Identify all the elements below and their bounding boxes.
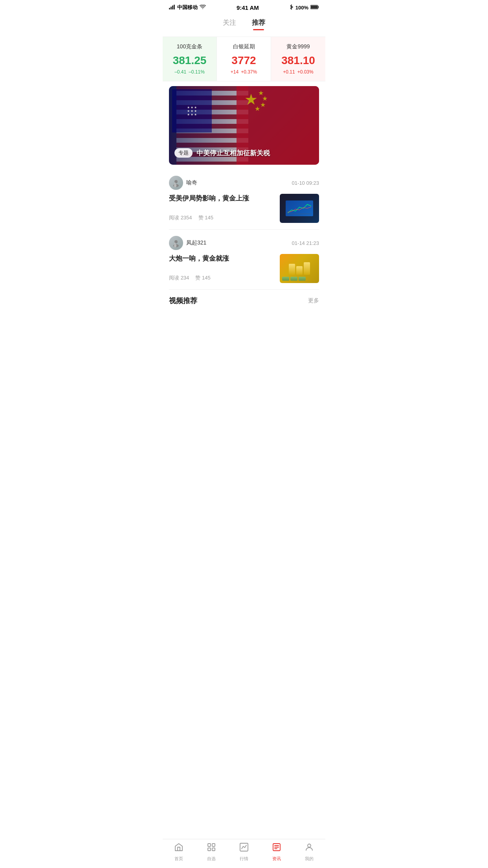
svg-rect-10 [174, 184, 176, 187]
article-header-0: 喻奇 01-10 09:23 [169, 176, 319, 190]
video-section-more[interactable]: 更多 [308, 297, 319, 304]
article-time-1: 01-14 21:23 [292, 240, 319, 246]
money-rolls [282, 277, 306, 281]
banner-content: 专题 中美停止互相加征新关税 [174, 148, 314, 158]
reads-label-0: 阅读 2354 [169, 214, 192, 221]
price-card-gold9999[interactable]: 黄金9999 381.10 +0.11 +0.03% [271, 37, 325, 81]
svg-rect-0 [169, 8, 170, 9]
article-body-1: 大炮一响，黄金就涨 阅读 234 赞 145 [169, 254, 319, 283]
article-item-1[interactable]: 凤起321 01-14 21:23 大炮一响，黄金就涨 阅读 234 赞 145 [169, 230, 319, 290]
price-card-value-1: 3772 [221, 54, 267, 67]
price-card-change-2: +0.11 +0.03% [275, 69, 321, 75]
article-text-1: 大炮一响，黄金就涨 阅读 234 赞 145 [169, 254, 275, 281]
avatar-0 [169, 176, 183, 190]
author-name-1: 凤起321 [186, 239, 206, 246]
article-stats-0: 阅读 2354 赞 145 [169, 214, 275, 221]
video-section-title: 视频推荐 [169, 296, 197, 305]
article-author-1: 凤起321 [169, 236, 206, 250]
battery-icon [310, 5, 319, 11]
article-item-0[interactable]: 喻奇 01-10 09:23 受美伊局势影响，黄金上涨 阅读 2354 赞 14… [169, 169, 319, 230]
article-author-0: 喻奇 [169, 176, 197, 190]
price-card-gold-bar[interactable]: 100克金条 381.25 –0.41 –0.11% [163, 37, 217, 81]
price-card-name-1: 白银延期 [221, 43, 267, 50]
news-banner[interactable]: ★ ★ ★★ ★ ★★ ★ ★ ★ ★ ★ ★ ★ 专题 中美停止互相加征新关税 [169, 86, 319, 165]
carrier-name: 中国移动 [177, 4, 198, 11]
likes-label-0: 赞 145 [198, 214, 213, 221]
price-card-name-2: 黄金9999 [275, 43, 321, 50]
reads-label-1: 阅读 234 [169, 274, 189, 281]
svg-rect-16 [174, 244, 176, 247]
svg-rect-2 [172, 6, 173, 9]
avatar-1 [169, 236, 183, 250]
status-bar: 中国移动 9:41 AM 100% [163, 0, 325, 13]
article-time-0: 01-10 09:23 [292, 180, 319, 186]
article-headline-0: 受美伊局势影响，黄金上涨 [169, 194, 275, 203]
svg-point-15 [174, 243, 176, 244]
price-card-name-0: 100克金条 [167, 43, 213, 50]
banner-headline: 中美停止互相加征新关税 [196, 149, 270, 158]
author-name-0: 喻奇 [186, 179, 197, 186]
article-stats-1: 阅读 234 赞 145 [169, 274, 275, 281]
status-left: 中国移动 [169, 4, 206, 11]
article-headline-1: 大炮一响，黄金就涨 [169, 254, 275, 263]
gold-bar-1 [289, 264, 295, 275]
tab-follow[interactable]: 关注 [223, 18, 236, 30]
price-card-value-0: 381.25 [167, 54, 213, 67]
wifi-icon [200, 5, 206, 11]
article-thumbnail-0 [280, 194, 319, 223]
signal-icon [169, 5, 175, 11]
gold-bar-2 [296, 266, 303, 275]
price-card-silver[interactable]: 白银延期 3772 +14 +0.37% [217, 37, 271, 81]
article-header-1: 凤起321 01-14 21:23 [169, 236, 319, 250]
status-time: 9:41 AM [237, 4, 259, 11]
tab-recommend[interactable]: 推荐 [252, 18, 265, 30]
gold-bar-3 [304, 262, 310, 275]
svg-rect-3 [174, 5, 175, 9]
battery-percent: 100% [295, 5, 308, 11]
price-card-change-1: +14 +0.37% [221, 69, 267, 75]
price-card-change-0: –0.41 –0.11% [167, 69, 213, 75]
svg-rect-6 [311, 6, 317, 9]
tab-bar: 关注 推荐 [163, 13, 325, 30]
price-cards: 100克金条 381.25 –0.41 –0.11% 白银延期 3772 +14… [163, 37, 325, 81]
banner-tag: 专题 [174, 148, 193, 158]
video-section-header: 视频推荐 更多 [163, 290, 325, 310]
svg-rect-1 [171, 7, 172, 9]
article-text-0: 受美伊局势影响，黄金上涨 阅读 2354 赞 145 [169, 194, 275, 221]
svg-point-9 [174, 182, 176, 184]
price-card-value-2: 381.10 [275, 54, 321, 67]
bluetooth-icon [290, 4, 294, 11]
article-body-0: 受美伊局势影响，黄金上涨 阅读 2354 赞 145 [169, 194, 319, 223]
article-thumbnail-1 [280, 254, 319, 283]
likes-label-1: 赞 145 [195, 274, 210, 281]
status-right: 100% [290, 4, 319, 11]
article-list: 喻奇 01-10 09:23 受美伊局势影响，黄金上涨 阅读 2354 赞 14… [163, 169, 325, 290]
